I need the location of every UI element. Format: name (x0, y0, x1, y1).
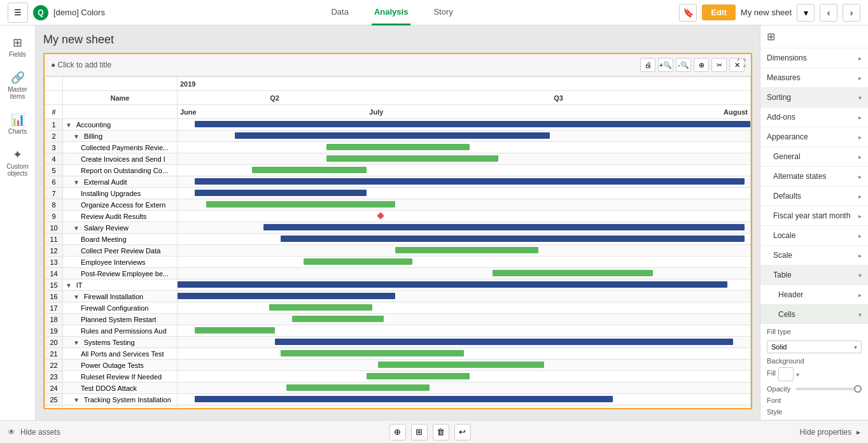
hide-assets-label: Hide assets (20, 428, 60, 437)
tab-data[interactable]: Data (328, 0, 351, 25)
row-num: 10 (45, 222, 63, 234)
click-to-add-title[interactable]: ● Click to add title (51, 60, 111, 69)
locale-chevron: ▸ (858, 232, 862, 239)
selection-button[interactable]: ⊕ (694, 58, 709, 72)
nav-back-button[interactable]: ‹ (820, 4, 837, 22)
duplicate-button[interactable]: ⊞ (411, 424, 428, 440)
addons-header[interactable]: Add-ons ▸ (760, 108, 868, 127)
maximize-button[interactable]: ⛶ (737, 58, 746, 68)
gantt-chart-area[interactable]: 2019 Name Q2 Q3 (45, 76, 751, 407)
add-sheet-button[interactable]: ⊕ (389, 424, 406, 440)
col-month-header: June July August (178, 105, 751, 119)
sidebar-item-custom-objects[interactable]: ✦ Custom objects (3, 143, 33, 182)
row-chart (178, 325, 751, 337)
table-header[interactable]: Table ▾ (760, 265, 868, 285)
fiscal-year-header[interactable]: Fiscal year start month ▸ (760, 206, 868, 225)
cells-header[interactable]: Cells ▾ (760, 305, 868, 324)
measures-chevron: ▸ (858, 74, 862, 81)
fill-type-row: Fill type Solid ▾ (767, 328, 862, 353)
sorting-header[interactable]: Sorting ▾ (760, 88, 868, 107)
fill-type-dropdown[interactable]: Solid ▾ (767, 341, 862, 353)
measures-header[interactable]: Measures ▸ (760, 68, 868, 87)
opacity-slider[interactable] (795, 388, 862, 390)
expand-icon[interactable]: ▼ (73, 397, 81, 404)
expand-icon[interactable]: ▼ (73, 339, 81, 346)
gantt-bar (286, 384, 430, 391)
fiscal-year-label: Fiscal year start month (773, 211, 850, 220)
table-row: 21All Ports and Services Test (45, 348, 751, 360)
table-row: 2▼ Billing (45, 130, 751, 142)
row-num: 11 (45, 234, 63, 245)
delete-button[interactable]: 🗑 (433, 424, 449, 440)
row-chart (178, 302, 751, 314)
bookmark-icon[interactable]: 🔖 (679, 4, 697, 22)
tab-analysis[interactable]: Analysis (372, 0, 410, 25)
col-name-q-header: Name (63, 91, 178, 105)
zoom-in-button[interactable]: +🔍 (658, 58, 673, 72)
expand-icon[interactable]: ▼ (73, 293, 81, 300)
tab-story[interactable]: Story (431, 0, 455, 25)
master-items-label: Master items (5, 86, 31, 100)
section-locale: Locale ▸ (760, 226, 868, 246)
expand-icon[interactable]: ▼ (73, 133, 81, 140)
main-area: ⊞ Fields 🔗 Master items 📊 Charts ✦ Custo… (0, 25, 868, 420)
fill-type-select-row: Solid ▾ (767, 341, 862, 353)
sidebar-item-charts[interactable]: 📊 Charts (3, 108, 33, 140)
left-sidebar: ⊞ Fields 🔗 Master items 📊 Charts ✦ Custo… (0, 25, 36, 420)
section-general: General ▸ (760, 147, 868, 167)
row-chart (178, 222, 751, 234)
row-chart (178, 211, 751, 222)
hamburger-menu[interactable]: ☰ (8, 3, 28, 23)
gantt-bar (178, 281, 727, 288)
alternate-states-header[interactable]: Alternate states ▸ (760, 167, 868, 186)
hide-assets-area[interactable]: 👁 Hide assets (8, 428, 60, 437)
row-name: Rules and Permissions Aud (63, 325, 178, 337)
row-name: ▼ IT (63, 279, 178, 291)
opacity-thumb[interactable] (854, 385, 862, 393)
scale-header[interactable]: Scale ▸ (760, 246, 868, 265)
row-num: 18 (45, 314, 63, 325)
row-num: 26 (45, 405, 63, 408)
table-row: 1▼ Accounting (45, 119, 751, 130)
row-name: Organize Access for Extern (63, 199, 178, 211)
row-name: Collect Peer Review Data (63, 245, 178, 257)
header-header[interactable]: Header ▸ (760, 285, 868, 304)
fill-color-picker[interactable] (778, 367, 794, 381)
gantt-bar (326, 144, 470, 150)
col-name-m-header (63, 105, 178, 119)
expand-icon[interactable]: ▼ (73, 225, 81, 232)
row-name: ▼ External Audit (63, 176, 178, 188)
col-num-q-header (45, 91, 63, 105)
bottom-center-tools: ⊕ ⊞ 🗑 ↩ (389, 424, 471, 440)
hide-properties-area[interactable]: Hide properties ▸ (800, 428, 860, 437)
nav-forward-button[interactable]: › (843, 4, 860, 22)
row-num: 20 (45, 337, 63, 348)
edit-button[interactable]: Edit (702, 4, 736, 20)
general-header[interactable]: General ▸ (760, 147, 868, 166)
expand-icon[interactable]: ▼ (73, 179, 81, 186)
sidebar-item-fields[interactable]: ⊞ Fields (3, 31, 33, 63)
scale-chevron: ▸ (858, 252, 862, 259)
expand-icon[interactable]: ▼ (66, 282, 74, 289)
gantt-bar (493, 270, 653, 276)
cut-button[interactable]: ✂ (711, 58, 727, 72)
expand-icon[interactable]: ▼ (66, 122, 74, 129)
row-num: 9 (45, 211, 63, 222)
print-button[interactable]: 🖨 (640, 58, 655, 72)
table-row: 10▼ Salary Review (45, 222, 751, 234)
row-name: ▼ Salary Review (63, 222, 178, 234)
zoom-out-button[interactable]: -🔍 (676, 58, 691, 72)
sidebar-item-master-items[interactable]: 🔗 Master items (3, 66, 33, 105)
table-row: 13Employee Interviews (45, 257, 751, 268)
gantt-table: 2019 Name Q2 Q3 (45, 76, 751, 407)
undo-bottom-button[interactable]: ↩ (454, 424, 471, 440)
defaults-header[interactable]: Defaults ▸ (760, 186, 868, 206)
appearance-header[interactable]: Appearance ▸ (760, 127, 868, 146)
sorting-chevron: ▾ (858, 94, 862, 101)
locale-header[interactable]: Locale ▸ (760, 226, 868, 245)
col-num-header (45, 77, 63, 91)
sheet-options-icon[interactable]: ▾ (797, 4, 815, 22)
row-num: 7 (45, 188, 63, 199)
dimensions-header[interactable]: Dimensions ▸ (760, 48, 868, 67)
table-row: 15▼ IT (45, 279, 751, 291)
